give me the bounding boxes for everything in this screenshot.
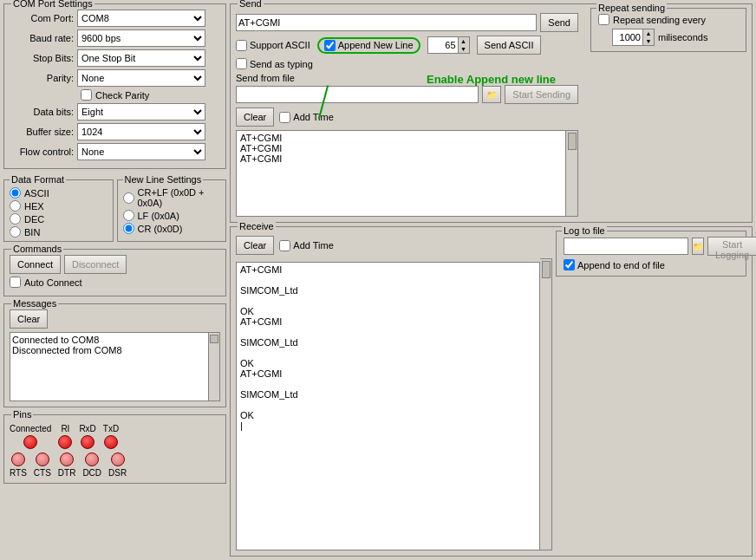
check-parity-checkbox[interactable]	[81, 89, 92, 101]
repeat-sending-group: Repeat sending Repeat sending every ▲ ▼ …	[590, 8, 746, 52]
send-from-file-row: 📁 Start Sending	[236, 85, 578, 104]
hex-radio[interactable]	[10, 200, 21, 212]
send-log-line-3: AT+CGMI	[240, 153, 562, 164]
new-line-settings-title: New Line Settings	[123, 174, 204, 185]
pin-rts: RTS	[10, 453, 27, 478]
repeat-ms-row: ▲ ▼ miliseconds	[612, 29, 739, 46]
auto-connect-checkbox[interactable]	[10, 277, 21, 288]
ascii-radio[interactable]	[10, 187, 21, 199]
send-clear-button[interactable]: Clear	[236, 107, 274, 127]
append-new-line-checkbox[interactable]	[324, 40, 336, 51]
pins-row-1: Connected RI RxD TxD	[10, 424, 220, 449]
cr-label: CR (0x0D)	[138, 224, 183, 234]
crlf-label: CR+LF (0x0D + 0x0A)	[138, 187, 221, 208]
dec-radio[interactable]	[10, 213, 21, 225]
messages-clear-button[interactable]: Clear	[10, 309, 48, 329]
com-port-select[interactable]: COM8	[77, 10, 205, 27]
pin-txd: TxD	[103, 424, 119, 449]
pin-dtr-label: DTR	[58, 468, 76, 478]
pin-ri: RI	[58, 424, 72, 449]
repeat-sending-checkbox[interactable]	[598, 14, 609, 25]
send-ascii-button[interactable]: Send ASCII	[477, 36, 542, 55]
lf-radio[interactable]	[123, 210, 134, 221]
receive-group-title: Receive	[238, 221, 276, 231]
send-file-browse-button[interactable]: 📁	[482, 86, 501, 103]
data-bits-select[interactable]: Eight	[77, 103, 205, 120]
recv-line-8: SIMCOM_Ltd	[240, 337, 536, 348]
pins-title: Pins	[11, 409, 33, 420]
com-port-row: Com Port: COM8	[10, 10, 220, 27]
ascii-num-spinbox: ▲ ▼	[427, 36, 470, 54]
log-to-file-group: Log to file 📁 Start Logging Append to en…	[556, 231, 746, 277]
append-new-line-row: Append New Line	[317, 37, 420, 54]
commands-group: Commands Connect Disconnect Auto Connect	[3, 249, 226, 296]
auto-connect-label: Auto Connect	[24, 277, 82, 288]
ascii-spin-down[interactable]: ▼	[459, 45, 469, 53]
recv-line-13: SIMCOM_Ltd	[240, 389, 536, 400]
ascii-spin-arrows: ▲ ▼	[459, 36, 470, 54]
log-file-path-input[interactable]	[564, 238, 688, 255]
pin-dtr-led	[60, 453, 74, 466]
send-button[interactable]: Send	[540, 13, 578, 32]
send-input-field[interactable]	[236, 14, 537, 31]
ascii-spin-up[interactable]: ▲	[459, 37, 469, 45]
recv-line-9	[240, 348, 536, 358]
add-time-checkbox[interactable]	[279, 112, 290, 123]
send-input-row: Send	[236, 13, 578, 32]
recv-line-10: OK	[240, 358, 536, 368]
parity-select[interactable]: None	[77, 69, 205, 87]
hex-radio-row: HEX	[10, 200, 108, 212]
recv-line-2	[240, 275, 536, 285]
ascii-radio-row: ASCII	[10, 187, 108, 199]
repeat-checkbox-row: Repeat sending every	[598, 14, 739, 25]
pin-cts-led	[36, 453, 49, 466]
add-time-row: Add Time	[279, 112, 333, 123]
send-as-typing-checkbox[interactable]	[236, 58, 247, 69]
send-file-path-input[interactable]	[236, 86, 479, 103]
start-sending-button[interactable]: Start Sending	[505, 85, 578, 104]
pins-row-2: RTS CTS DTR DCD DSR	[10, 453, 220, 478]
disconnect-button[interactable]: Disconnect	[64, 255, 127, 274]
ascii-num-input[interactable]	[427, 36, 459, 54]
pin-connected: Connected	[10, 424, 51, 449]
recv-line-6: AT+CGMI	[240, 316, 536, 327]
send-log-area[interactable]: AT+CGMI AT+CGMI AT+CGMI	[236, 130, 566, 217]
support-ascii-checkbox[interactable]	[236, 40, 247, 51]
lf-label: LF (0x0A)	[138, 211, 179, 221]
buffer-size-select[interactable]: 1024	[77, 123, 205, 140]
start-logging-button[interactable]: Start Logging	[707, 237, 756, 256]
stop-bits-row: Stop Bits: One Stop Bit	[10, 49, 220, 67]
bin-radio[interactable]	[10, 226, 21, 238]
spin-up-button[interactable]: ▲	[643, 29, 654, 37]
baud-rate-select[interactable]: 9600 bps	[77, 29, 205, 47]
append-new-line-label: Append New Line	[338, 40, 414, 50]
baud-rate-label: Baud rate:	[10, 33, 77, 43]
crlf-radio[interactable]	[123, 192, 134, 204]
receive-log-area[interactable]: AT+CGMI SIMCOM_Ltd OK AT+CGMI SIMCOM_Ltd…	[236, 262, 540, 550]
repeat-ms-input[interactable]	[612, 29, 643, 46]
recv-line-12	[240, 379, 536, 389]
send-log-line-1: AT+CGMI	[240, 133, 562, 143]
stop-bits-select[interactable]: One Stop Bit	[77, 49, 205, 67]
com-port-label: Com Port:	[10, 13, 77, 23]
check-parity-row: Check Parity	[81, 89, 220, 101]
log-file-browse-button[interactable]: 📁	[692, 238, 704, 255]
dec-radio-row: DEC	[10, 213, 108, 225]
dec-label: DEC	[24, 214, 44, 225]
crlf-radio-row: CR+LF (0x0D + 0x0A)	[123, 187, 221, 208]
pin-cts-label: CTS	[34, 468, 51, 478]
bin-radio-row: BIN	[10, 226, 108, 238]
receive-clear-button[interactable]: Clear	[236, 236, 274, 255]
connect-button[interactable]: Connect	[10, 255, 61, 274]
support-ascii-label: Support ASCII	[250, 40, 310, 50]
flow-control-select[interactable]: None	[77, 143, 205, 160]
data-format-group: Data Format ASCII HEX DEC	[3, 179, 114, 242]
data-bits-row: Data bits: Eight	[10, 103, 220, 120]
receive-add-time-checkbox[interactable]	[279, 240, 290, 251]
spin-down-button[interactable]: ▼	[643, 37, 654, 45]
pin-connected-label: Connected	[10, 424, 51, 433]
repeat-sending-label: Repeat sending every	[613, 15, 706, 25]
append-to-end-checkbox[interactable]	[564, 259, 575, 270]
cr-radio[interactable]	[123, 223, 134, 234]
receive-add-time-label: Add Time	[293, 240, 333, 251]
